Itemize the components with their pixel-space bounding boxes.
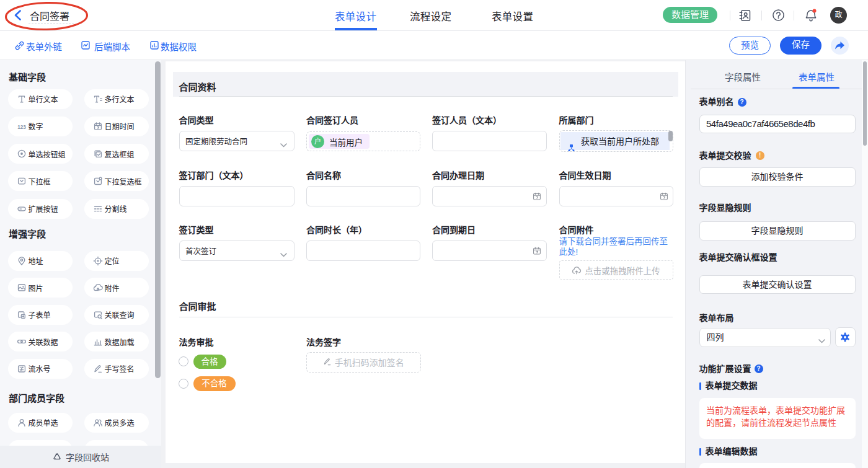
svg-text:123: 123 <box>17 124 26 130</box>
